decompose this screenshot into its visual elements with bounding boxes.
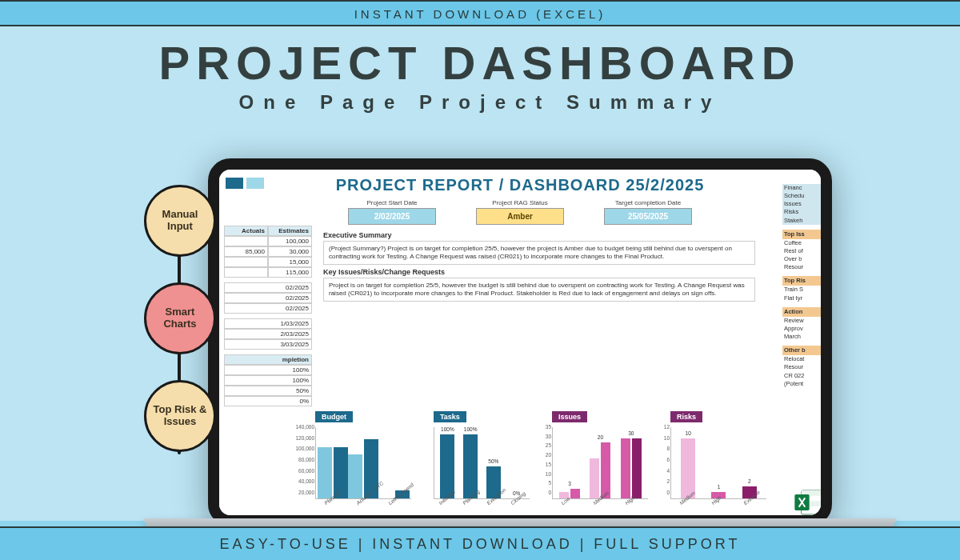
top-banner: INSTANT DOWNLOAD (EXCEL) xyxy=(0,0,960,26)
start-date-value: 2/02/2025 xyxy=(348,208,436,225)
cell: 0% xyxy=(224,396,312,406)
cell: 50% xyxy=(224,386,312,396)
cell: March xyxy=(782,333,821,341)
bottom-banner: EASY-TO-USE | INSTANT DOWNLOAD | FULL SU… xyxy=(0,526,960,560)
cell: 100% xyxy=(224,365,312,375)
hero-subtitle: One Page Project Summary xyxy=(0,91,960,114)
y-ticks: 35302520151050 xyxy=(530,424,551,495)
y-ticks: 121086420 xyxy=(649,424,670,495)
chart-budget: Budget 140,000120,000100,00080,00060,000… xyxy=(315,411,411,507)
excel-icon xyxy=(792,486,824,518)
key-issues-body: Project is on target for completion 25/5… xyxy=(323,278,755,302)
section-actions: Action xyxy=(782,307,821,317)
col-actuals: Actuals xyxy=(224,226,268,236)
circle-manual-input: Manual Input xyxy=(144,185,216,257)
chart-budget-title: Budget xyxy=(315,411,353,422)
cell: CR 022 xyxy=(782,372,821,380)
chart-tasks: Tasks 100% 100% 50% 0% InitiationPlannin… xyxy=(434,411,530,507)
chart-tasks-title: Tasks xyxy=(434,411,466,422)
cell: Flat tyr xyxy=(782,294,821,302)
cell: (Potent xyxy=(782,380,821,388)
cell: Coffee xyxy=(782,239,821,247)
cell: Risks xyxy=(782,208,821,216)
target-date-box: Target completion Date 25/05/2025 xyxy=(604,199,692,225)
charts-row: Budget 140,000120,000100,00080,00060,000… xyxy=(315,411,766,507)
cell: Relocat xyxy=(782,355,821,363)
col-estimates: Estimates xyxy=(268,226,312,236)
section-top-issues: Top Iss xyxy=(782,230,821,239)
section-other: Other b xyxy=(782,346,821,355)
cell: Rest of xyxy=(782,247,821,255)
chart-risks: Risks 121086420 10 1 2 MediumHighExtreme xyxy=(670,411,766,507)
cell: 100,000 xyxy=(268,236,312,246)
cell: 02/2025 xyxy=(224,293,312,303)
section-top-risks: Top Ris xyxy=(782,276,821,286)
rag-status-box: Project RAG Status Amber xyxy=(476,199,564,225)
cell: Resour xyxy=(782,263,821,271)
key-issues-heading: Key Issues/Risks/Change Requests xyxy=(323,268,813,276)
left-data-column: ActualsEstimates 100,000 85,00030,000 15… xyxy=(224,226,312,411)
circle-top-risk-issues: Top Risk & Issues xyxy=(144,380,216,452)
y-ticks: 140,000120,000100,00080,00060,00040,0002… xyxy=(294,424,314,495)
cell: Over b xyxy=(782,255,821,263)
cell: 100% xyxy=(224,375,312,386)
cell: 30,000 xyxy=(268,246,312,257)
circle-smart-charts: Smart Charts xyxy=(144,282,216,354)
cell: Review xyxy=(782,317,821,325)
report-title: PROJECT REPORT / DASHBOARD 25/2/2025 xyxy=(227,176,813,194)
start-date-box: Project Start Date 2/02/2025 xyxy=(348,199,436,225)
cell: Train S xyxy=(782,286,821,294)
cell: 15,000 xyxy=(268,257,312,267)
cell: 85,000 xyxy=(224,246,268,257)
laptop-mockup: PROJECT REPORT / DASHBOARD 25/2/2025 Pro… xyxy=(208,158,832,526)
cell: 115,000 xyxy=(268,267,312,278)
hero-title: PROJECT DASHBOARD xyxy=(0,36,960,90)
cell: 3/03/2025 xyxy=(224,339,312,350)
rag-status-label: Project RAG Status xyxy=(476,199,564,206)
cell: 02/2025 xyxy=(224,303,312,314)
cell: Stakeh xyxy=(782,217,821,225)
cell: Issues xyxy=(782,200,821,208)
chart-issues: Issues 35302520151050 3 20 30 LowMediumH… xyxy=(552,411,648,507)
exec-summary-heading: Executive Summary xyxy=(323,231,813,239)
exec-summary-body: (Project Summary?) Project is on target … xyxy=(323,241,755,265)
col-completion: mpletion xyxy=(224,354,312,365)
cell: 2/03/2025 xyxy=(224,329,312,339)
top-metrics-row: Project Start Date 2/02/2025 Project RAG… xyxy=(227,199,813,225)
cell: Approv xyxy=(782,325,821,333)
legend-swatch xyxy=(226,178,264,189)
chart-issues-title: Issues xyxy=(552,411,587,422)
cell: Schedu xyxy=(782,192,821,200)
dashboard-screen: PROJECT REPORT / DASHBOARD 25/2/2025 Pro… xyxy=(219,170,821,515)
rag-status-value: Amber xyxy=(476,208,564,225)
cell: Resour xyxy=(782,363,821,371)
target-date-label: Target completion Date xyxy=(604,199,692,206)
cell: Financ xyxy=(782,184,821,192)
target-date-value: 25/05/2025 xyxy=(604,208,692,225)
hero: PROJECT DASHBOARD One Page Project Summa… xyxy=(0,26,960,521)
right-data-column: Financ Schedu Issues Risks Stakeh Top Is… xyxy=(782,184,821,388)
chart-risks-title: Risks xyxy=(670,411,702,422)
cell: 1/03/2025 xyxy=(224,318,312,329)
start-date-label: Project Start Date xyxy=(348,199,436,206)
cell: 02/2025 xyxy=(224,282,312,293)
